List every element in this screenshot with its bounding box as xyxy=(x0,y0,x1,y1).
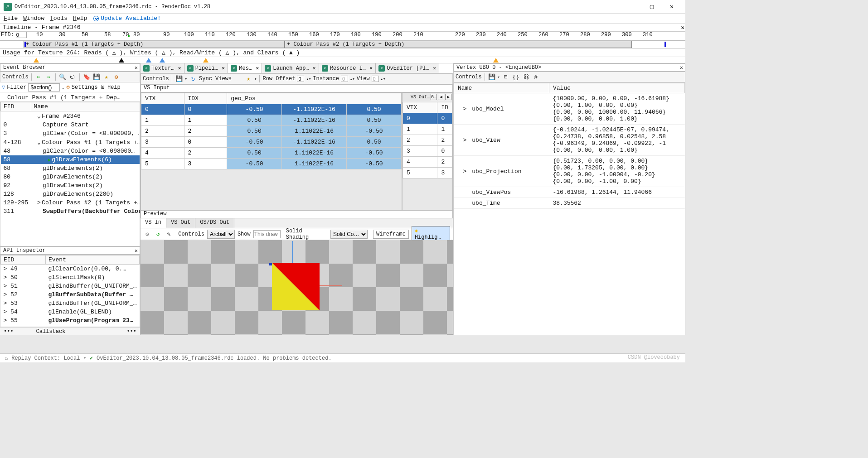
vs-output-row[interactable]: 30 xyxy=(403,146,452,157)
col-id-out[interactable]: ID xyxy=(437,102,452,113)
row-offset-input[interactable] xyxy=(297,76,304,82)
menu-window[interactable]: Window xyxy=(21,14,46,23)
mesh-preview-viewport[interactable] xyxy=(141,240,453,335)
arrow-left-icon[interactable]: ◀ xyxy=(438,94,444,100)
tab-gsds-out[interactable]: GS/DS Out xyxy=(195,218,234,228)
dropdown-icon[interactable]: ▾ xyxy=(254,77,257,82)
event-row[interactable]: 68glDrawElements(2) xyxy=(1,164,141,173)
tab[interactable]: Textur…✕ xyxy=(141,63,184,73)
event-row[interactable]: 3glClear(Color = <0.000000, … xyxy=(1,129,141,138)
hash-icon[interactable]: # xyxy=(532,73,540,81)
tree-icon[interactable]: ⊟ xyxy=(502,73,510,81)
gear-icon[interactable]: ⚙ xyxy=(143,230,151,238)
tab-vs-out[interactable]: VS Out xyxy=(166,218,195,228)
pass-2[interactable]: + Colour Pass #2 (1 Targets + Depth) xyxy=(285,41,632,48)
vs-output-row[interactable]: 42 xyxy=(403,157,452,168)
tab-vs-in[interactable]: VS In xyxy=(141,218,166,228)
breadcrumb[interactable]: Colour Pass #1 (1 Targets + Dep… xyxy=(0,92,140,101)
api-row[interactable]: > 49glClearColor(0.00, 0.… xyxy=(1,265,140,274)
star-icon[interactable]: ★ xyxy=(244,75,252,83)
col-idx[interactable]: IDX xyxy=(184,93,227,104)
event-row[interactable]: 80glDrawElements(2) xyxy=(1,173,141,181)
tab-close-icon[interactable]: ✕ xyxy=(256,65,259,72)
save-icon[interactable]: 💾 xyxy=(92,73,101,81)
tab-close-icon[interactable]: ✕ xyxy=(433,65,436,72)
event-row[interactable]: 58▶glDrawElements(6) xyxy=(1,155,141,164)
save-icon[interactable]: 💾 xyxy=(488,73,496,81)
nav-fwd-icon[interactable]: ⇒ xyxy=(44,73,53,81)
vs-input-row[interactable]: 53-0.501.11022E-16-0.50 xyxy=(141,159,402,169)
spinner-icon[interactable]: ▴▾ xyxy=(350,77,355,82)
event-row[interactable]: 0Capture Start xyxy=(1,121,141,129)
ubo-row[interactable]: ubo_ViewPos-16.61988, 1.26144, 11.94066 xyxy=(454,187,685,198)
ubo-row[interactable]: > ubo_Projection{0.51723, 0.00, 0.00, 0.… xyxy=(454,156,685,187)
api-col-eid[interactable]: EID xyxy=(1,256,46,265)
sync-label[interactable]: Sync Views xyxy=(199,76,232,82)
menu-file[interactable]: File xyxy=(2,14,19,23)
eid-input[interactable] xyxy=(16,32,27,38)
api-row[interactable]: > 55glUseProgram(Program 23… xyxy=(1,316,140,325)
event-table[interactable]: EID Name ⌄Frame #23460Capture Start3glCl… xyxy=(0,101,140,246)
find-icon[interactable]: 🔍 xyxy=(58,73,67,81)
event-row[interactable]: 129-295>Colour Pass #2 (1 Targets +… xyxy=(1,198,141,207)
pass-1[interactable]: + Colour Pass #1 (1 Targets + Depth) xyxy=(24,41,285,48)
event-row[interactable]: 48glClear(Color = <0.098000… xyxy=(1,147,141,155)
vs-output-row[interactable]: 53 xyxy=(403,168,452,178)
vs-input-row[interactable]: 220.501.11022E-16-0.50 xyxy=(141,126,402,137)
ubo-close[interactable]: ✕ xyxy=(680,64,683,71)
timeline-close-button[interactable]: ✕ xyxy=(681,24,684,31)
col-vtx[interactable]: VTX xyxy=(141,93,184,104)
minimize-button[interactable]: — xyxy=(622,0,642,14)
col-geopos[interactable]: geo_Pos xyxy=(227,93,402,104)
vs-input-row[interactable]: 00-0.50-1.11022E-160.50 xyxy=(141,104,402,115)
tab-close-icon[interactable]: ✕ xyxy=(369,65,373,72)
api-row[interactable]: > 54glEnable(GL_BLEND) xyxy=(1,308,140,316)
api-table[interactable]: EID Event > 49glClearColor(0.00, 0.…> 50… xyxy=(0,255,140,327)
dots-icon-2[interactable]: ••• xyxy=(126,328,136,335)
vs-input-row[interactable]: 420.501.11022E-16-0.50 xyxy=(141,148,402,159)
tab-close-icon[interactable]: ✕ xyxy=(313,65,316,72)
tab[interactable]: OvEditor [PI…✕ xyxy=(376,63,439,73)
tab[interactable]: Resource I…✕ xyxy=(319,63,376,73)
vs-input-row[interactable]: 110.50-1.11022E-160.50 xyxy=(141,115,402,126)
dots-icon[interactable]: ••• xyxy=(4,328,14,335)
col-name[interactable]: Name xyxy=(31,102,140,111)
tab-close-icon[interactable]: ✕ xyxy=(178,65,181,72)
gear-icon[interactable]: ⚙ xyxy=(112,73,121,81)
api-row[interactable]: > 52glBufferSubData(Buffer … xyxy=(1,290,140,299)
vs-output-row[interactable]: 22 xyxy=(403,135,452,146)
view-input[interactable] xyxy=(372,76,379,82)
ubo-table[interactable]: Name Value > ubo_Model{10000.00, 0.00, 0… xyxy=(453,82,685,335)
col-vtx-out[interactable]: VTX xyxy=(403,102,437,113)
api-row[interactable]: > 50glStencilMask(0) xyxy=(1,273,140,282)
reset-icon[interactable]: ↺ xyxy=(154,230,162,238)
callstack-label[interactable]: Callstack xyxy=(36,328,66,335)
event-row[interactable]: ⌄Frame #2346 xyxy=(1,111,141,121)
link-icon[interactable]: ⛓ xyxy=(522,73,530,81)
menu-tools[interactable]: Tools xyxy=(48,14,69,23)
bookmark-icon[interactable]: 🔖 xyxy=(82,73,91,81)
vs-input-table[interactable]: VTX IDX geo_Pos 00-0.50-1.11022E-160.501… xyxy=(141,92,402,210)
show-input[interactable] xyxy=(253,230,281,238)
instance-input[interactable] xyxy=(341,76,348,82)
nav-back-icon[interactable]: ⇐ xyxy=(34,73,43,81)
event-row[interactable]: 4-128⌄Colour Pass #1 (1 Targets +… xyxy=(1,138,141,147)
ubo-row[interactable]: ubo_Time38.35562 xyxy=(454,198,685,209)
event-row[interactable]: 92glDrawElements(2) xyxy=(1,181,141,190)
sync-icon[interactable]: ↻ xyxy=(189,75,197,83)
tab[interactable]: Mes…✕ xyxy=(228,63,262,73)
api-row[interactable]: > 51glBindBuffer(GL_UNIFORM_… xyxy=(1,282,140,290)
ubo-row[interactable]: > ubo_Model{10000.00, 0.00, 0.00, -16.61… xyxy=(454,93,685,125)
col-eid[interactable]: EID xyxy=(1,102,31,111)
tab-close-icon[interactable]: ✕ xyxy=(222,65,225,72)
vs-output-row[interactable]: 00 xyxy=(403,113,452,124)
update-available-link[interactable]: Update Available! xyxy=(93,15,161,22)
dropdown-icon[interactable]: ▾ xyxy=(185,77,187,82)
timer-icon[interactable]: ⏲ xyxy=(68,73,77,81)
filter-input[interactable] xyxy=(28,83,60,92)
ubo-row[interactable]: > ubo_View{-0.10244, -1.02445E-07, 0.994… xyxy=(454,125,685,156)
vsout-gl[interactable]: G… xyxy=(431,94,437,100)
spinner-icon[interactable]: ▴▾ xyxy=(381,77,386,82)
vs-input-row[interactable]: 30-0.50-1.11022E-160.50 xyxy=(141,137,402,148)
event-browser-close[interactable]: ✕ xyxy=(135,64,138,71)
